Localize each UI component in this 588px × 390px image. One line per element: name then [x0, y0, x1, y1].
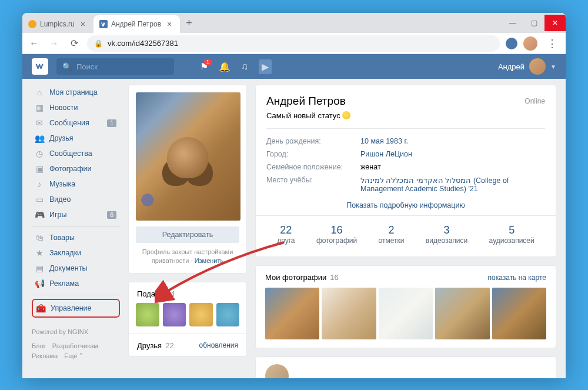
chrome-menu-button[interactable]: ⋮: [543, 37, 561, 50]
sidebar-item-friends[interactable]: 👥Друзья: [32, 131, 120, 146]
docs-icon: ▤: [34, 264, 45, 273]
profile-header-card: Андрей Петров Online Самый новый статус …: [255, 85, 556, 257]
online-status: Online: [524, 97, 545, 105]
reload-button[interactable]: ⟳: [67, 38, 81, 49]
badge: 1: [107, 119, 116, 127]
footer-link-blog[interactable]: Блог: [32, 342, 46, 349]
photos-title[interactable]: Мои фотографии: [265, 273, 326, 282]
photos-count: 16: [330, 273, 338, 282]
vk-header: 🔍 Поиск ⚑1 🔔 ♫ ▶ Андрей ▼: [22, 54, 566, 79]
stat-friends[interactable]: 22друга: [277, 224, 295, 245]
privacy-change-link[interactable]: Изменить: [195, 257, 224, 264]
divider: [32, 295, 120, 295]
titlebar: Lumpics.ru × Андрей Петров × + — ▢ ✕: [22, 13, 566, 33]
profile-photo[interactable]: [136, 92, 240, 221]
back-button[interactable]: ←: [27, 38, 41, 49]
sidebar-item-music[interactable]: ♪Музыка: [32, 176, 120, 192]
footer-link-more[interactable]: Ещё ˅: [64, 352, 83, 359]
new-tab-button[interactable]: +: [180, 17, 198, 29]
play-icon[interactable]: ▶: [259, 59, 272, 74]
gift-item[interactable]: [136, 303, 159, 326]
sidebar-item-photos[interactable]: ▣Фотографии: [32, 161, 120, 176]
photo-thumb[interactable]: [492, 288, 546, 339]
vk-logo[interactable]: [32, 58, 48, 75]
stat-videos[interactable]: 3видеозаписи: [426, 224, 467, 245]
gifts-header[interactable]: Подарки4: [129, 282, 246, 303]
friends-header[interactable]: Друзья22обновления: [129, 334, 246, 356]
info-value[interactable]: המסלול האקדמי המכללה למינהל (College of …: [360, 176, 545, 193]
sidebar-item-market[interactable]: 🛍Товары: [32, 230, 120, 245]
badge: 6: [107, 211, 116, 219]
smile-emoji-icon: [342, 111, 350, 119]
divider: [266, 128, 545, 129]
info-value[interactable]: Ришон ЛеЦион: [360, 150, 545, 158]
news-icon: ▦: [34, 103, 45, 112]
music-icon: ♪: [34, 179, 45, 189]
sidebar-item-docs[interactable]: ▤Документы: [32, 261, 120, 276]
photo-thumb[interactable]: [435, 288, 489, 339]
close-icon[interactable]: ×: [78, 19, 88, 29]
sidebar-item-games[interactable]: 🎮Игры6: [32, 207, 120, 222]
sidebar-item-bookmarks[interactable]: ★Закладки: [32, 245, 120, 261]
music-icon[interactable]: ♫: [241, 61, 248, 72]
info-row-relationship: Семейное положение:женат: [266, 161, 545, 174]
groups-icon: ◷: [34, 149, 45, 158]
footer-link-ads[interactable]: Реклама: [32, 352, 58, 359]
close-window-button[interactable]: ✕: [544, 15, 566, 31]
photo-thumb[interactable]: [379, 288, 433, 339]
vk-extension-icon[interactable]: [506, 38, 517, 49]
games-icon: 🎮: [34, 210, 45, 219]
url-field[interactable]: 🔒 vk.com/id432567381: [87, 35, 500, 52]
star-icon: ★: [34, 248, 45, 258]
user-menu[interactable]: Андрей ▼: [498, 58, 556, 75]
chevron-down-icon: ▼: [550, 64, 556, 70]
sidebar-item-ads[interactable]: 📢Реклама: [32, 276, 120, 291]
ads-icon: 📢: [34, 279, 45, 288]
show-on-map-link[interactable]: показать на карте: [488, 274, 547, 282]
info-row-birthday: День рождения:10 мая 1983 г.: [266, 135, 545, 148]
sidebar-item-news[interactable]: ▦Новости: [32, 100, 120, 115]
stat-photos[interactable]: 16фотографий: [316, 224, 357, 245]
profile-status[interactable]: Самый новый статус: [266, 111, 545, 120]
vk-page: 🔍 Поиск ⚑1 🔔 ♫ ▶ Андрей ▼ ⌂Моя страница …: [22, 54, 566, 378]
gift-item[interactable]: [163, 303, 186, 326]
main-column: Андрей Петров Online Самый новый статус …: [255, 85, 556, 378]
info-row-city: Город:Ришон ЛеЦион: [266, 148, 545, 161]
notifications-icon[interactable]: 🔔: [219, 61, 230, 72]
photo-thumb[interactable]: [265, 288, 319, 339]
sidebar-item-video[interactable]: ▭Видео: [32, 192, 120, 207]
info-value: женат: [360, 163, 545, 171]
gifts-row: [129, 303, 246, 334]
friend-avatar[interactable]: [265, 364, 289, 378]
notifications2-icon[interactable]: ⚑1: [200, 61, 208, 72]
search-input[interactable]: 🔍 Поиск: [56, 58, 174, 75]
friends-updates-link[interactable]: обновления: [199, 341, 238, 349]
sidebar-item-manage[interactable]: 🧰Управление: [32, 299, 120, 318]
minimize-button[interactable]: —: [502, 15, 523, 31]
favicon-vk: [99, 20, 108, 28]
stat-tags[interactable]: 2отметки: [379, 224, 405, 245]
footer-link-dev[interactable]: Разработчикам: [52, 342, 98, 349]
info-value[interactable]: 10 мая 1983 г.: [360, 137, 545, 145]
stat-audio[interactable]: 5аудиозаписей: [489, 224, 534, 245]
sidebar-item-mypage[interactable]: ⌂Моя страница: [32, 85, 120, 100]
chrome-profile-avatar[interactable]: [523, 36, 537, 51]
edit-button[interactable]: Редактировать: [136, 226, 239, 243]
tab-vk-profile[interactable]: Андрей Петров ×: [93, 15, 180, 33]
info-row-education: Место учёбы:המסלול האקדמי המכללה למינהל …: [266, 174, 545, 195]
show-more-link[interactable]: Показать подробную информацию: [266, 201, 545, 209]
sidebar-item-groups[interactable]: ◷Сообщества: [32, 146, 120, 161]
sidebar-item-messages[interactable]: ✉Сообщения1: [32, 115, 120, 131]
search-placeholder: Поиск: [76, 62, 98, 71]
gift-item[interactable]: [189, 303, 213, 326]
gift-item[interactable]: [216, 303, 240, 326]
maximize-button[interactable]: ▢: [523, 15, 544, 31]
photo-thumb[interactable]: [322, 288, 376, 339]
tab-title: Lumpics.ru: [40, 20, 75, 28]
gifts-card: Подарки4 Друзья22обновления: [128, 282, 247, 356]
tab-lumpics[interactable]: Lumpics.ru ×: [22, 15, 93, 33]
close-icon[interactable]: ×: [165, 19, 174, 29]
forward-button[interactable]: →: [47, 38, 61, 49]
friends-preview-card: [255, 356, 556, 378]
sidebar-footer: Powered by NGINX Блог Разработчикам Рекл…: [32, 327, 120, 362]
